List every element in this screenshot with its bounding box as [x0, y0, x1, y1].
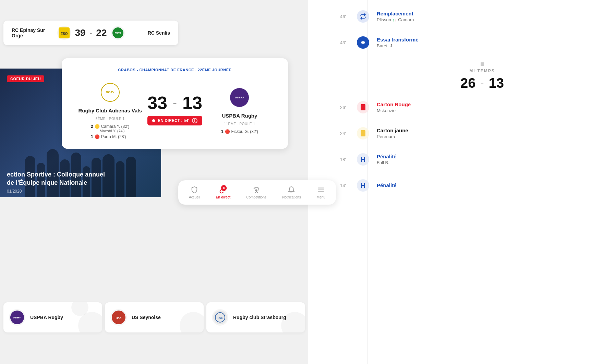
nav-item-en-direct[interactable]: 8 En direct: [212, 184, 235, 201]
match-logo-right: USBPA: [228, 85, 252, 109]
penalty-H-icon: H: [361, 156, 365, 163]
team-card-logo-seynoise: USS: [110, 309, 127, 326]
timeline-dot-24: [356, 127, 370, 139]
scorer-left-2: 1 🔴 Parra M. (28'): [91, 134, 129, 139]
halftime-score-left: 26: [460, 75, 476, 91]
timeline-time-18: 18': [329, 157, 356, 162]
match-team-right-sub: 11ÈME · POULE 1: [224, 122, 255, 126]
top-logo-left: ESO: [57, 26, 71, 40]
match-team-left-name: Rugby Club Aubenas Vals: [78, 108, 142, 113]
timeline-time-26: 26': [329, 105, 356, 110]
top-score: 39 - 22: [75, 27, 107, 38]
scorer-left-1: 2 🟡 Camara Y. (32'): [91, 124, 129, 129]
halftime-label: MI-TEMPS: [469, 69, 495, 73]
timeline-event-title-18: Pénalité: [377, 154, 594, 159]
bottom-nav: Accueil 8 En direct: [178, 180, 336, 205]
match-card-header: CRABOS - CHAMPIONNAT DE FRANCE · 22ÈME J…: [73, 68, 277, 72]
menu-icon: [317, 186, 325, 194]
team-card-seynoise[interactable]: USS US Seynoise: [105, 302, 204, 332]
timeline-item-43: 43' Essai transformé Barett J.: [329, 36, 594, 49]
nav-item-accueil[interactable]: Accueil: [185, 184, 204, 201]
timeline-content-46: Remplacement Plisson ↑↓ Camara: [370, 11, 594, 22]
match-journee: 22ÈME JOURNÉE: [198, 68, 232, 72]
nav-item-notifications[interactable]: Notifications: [278, 184, 305, 201]
top-score-sep: -: [90, 29, 92, 37]
timeline-event-sub-24: Perenara: [377, 134, 594, 139]
live-dot: [152, 119, 155, 122]
penalty-H-icon-2: H: [361, 182, 365, 189]
timeline-event-title-43: Essai transformé: [377, 37, 594, 43]
match-team-left: RCAV Rugby Club Aubenas Vals 5ÈME · POUL…: [73, 80, 147, 139]
timeline-event-sub-26: Mckenzie: [377, 108, 594, 113]
timeline-content-14: Pénalité: [370, 182, 594, 189]
timeline-content-26: Carton Rouge Mckenzie: [370, 101, 594, 113]
match-teams: RCAV Rugby Club Aubenas Vals 5ÈME · POUL…: [73, 80, 277, 139]
match-card[interactable]: CRABOS - CHAMPIONNAT DE FRANCE · 22ÈME J…: [62, 58, 288, 149]
live-badge-text: EN DIRECT : 54': [158, 118, 189, 123]
team-card-logo-strasbourg: RCS: [212, 309, 228, 326]
match-scorers-left: 2 🟡 Camara Y. (32') Maestri Y. (74') 1 🔴…: [91, 124, 129, 139]
timeline-event-title-14: Pénalité: [377, 182, 594, 188]
top-score-right: 22: [96, 27, 107, 38]
halftime-sep: -: [481, 77, 484, 89]
timeline-event-title-24: Carton jaune: [377, 128, 594, 133]
timeline-content-43: Essai transformé Barett J.: [370, 37, 594, 48]
timeline-dot-43: [356, 36, 370, 49]
nav-item-menu[interactable]: Menu: [313, 184, 329, 201]
match-team-left-sub: 5ÈME · POULE 1: [96, 117, 125, 121]
timeline-time-43: 43': [329, 40, 356, 45]
nav-label-notifications: Notifications: [282, 195, 301, 199]
trophy-icon: [252, 186, 261, 194]
halftime-dot-top: [481, 62, 484, 66]
top-score-card[interactable]: RC Epinay Sur Orge ESO 39 - 22 RCS RC Se…: [3, 21, 178, 45]
nav-badge-en-direct: 8: [221, 185, 227, 191]
timeline-time-24: 24': [329, 131, 356, 136]
nav-label-accueil: Accueil: [189, 195, 200, 199]
match-score-right: 13: [182, 94, 202, 112]
top-score-left: 39: [75, 27, 86, 38]
team-card-uspba[interactable]: USBPA USPBA Rugby: [3, 302, 102, 332]
shield-icon: [190, 186, 198, 194]
timeline-item-26: 26' Carton Rouge Mckenzie: [329, 101, 594, 113]
match-team-right: USBPA USPBA Rugby 11ÈME · POULE 1 1 🔴 Fi…: [202, 85, 277, 134]
timeline-dot-18: H: [356, 153, 370, 166]
timeline-event-title-46: Remplacement: [377, 11, 594, 16]
match-score-left: 33: [147, 94, 167, 112]
link-icon: 8: [219, 186, 227, 194]
timeline-content-24: Carton jaune Perenara: [370, 128, 594, 139]
svg-text:ESO: ESO: [60, 32, 68, 36]
svg-text:RCS: RCS: [114, 32, 121, 35]
team-card-name-seynoise: US Seynoise: [132, 315, 161, 320]
timeline-event-sub-46: Plisson ↑↓ Camara: [377, 17, 594, 22]
match-score: 33 - 13: [147, 94, 202, 112]
left-panel: RC Epinay Sur Orge ESO 39 - 22 RCS RC Se…: [0, 0, 309, 364]
timeline-dot-26: [356, 101, 370, 113]
red-card-icon: [361, 104, 365, 110]
match-team-right-name: USPBA Rugby: [222, 113, 257, 119]
timeline-event-sub-43: Barett J.: [377, 43, 594, 48]
match-score-center: 33 - 13 EN DIRECT : 54' i: [147, 94, 202, 125]
timeline-item-18: 18' H Pénalité Fall B.: [329, 153, 594, 166]
top-logo-right: RCS: [111, 26, 125, 40]
svg-point-13: [361, 41, 365, 44]
team-card-strasbourg[interactable]: RCS Rugby club Strasbourg: [206, 302, 305, 332]
timeline: 46' Remplacement Plisson ↑↓ Camara: [308, 0, 615, 364]
yellow-card-icon: [361, 130, 365, 136]
team-card-name-uspba: USPBA Rugby: [30, 315, 63, 320]
bell-icon: [287, 186, 296, 194]
nav-item-competitions[interactable]: Compétitions: [242, 184, 270, 201]
timeline-event-title-26: Carton Rouge: [377, 101, 594, 107]
team-cards: USBPA USPBA Rugby USS US Seynoise RC: [0, 295, 309, 364]
match-score-sep: -: [173, 97, 177, 109]
timeline-item-24: 24' Carton jaune Perenara: [329, 127, 594, 139]
nav-label-en-direct: En direct: [216, 195, 231, 199]
halftime-section: MI-TEMPS 26 - 13: [329, 62, 594, 91]
nav-label-competitions: Compétitions: [246, 195, 266, 199]
hero-badge: COEUR DU JEU: [7, 75, 44, 82]
live-info-icon[interactable]: i: [192, 118, 197, 123]
halftime-score-right: 13: [489, 75, 504, 91]
timeline-time-46: 46': [329, 14, 356, 19]
timeline-item-14: 14' H Pénalité: [329, 179, 594, 192]
live-badge[interactable]: EN DIRECT : 54' i: [147, 116, 202, 125]
hero-date: 01/2020: [7, 189, 22, 194]
